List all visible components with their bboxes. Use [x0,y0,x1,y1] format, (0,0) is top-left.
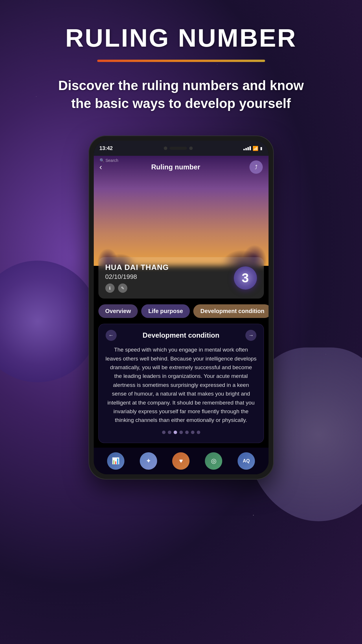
screen-title: Ruling number [151,163,200,171]
pagination-dot-7[interactable] [197,431,200,434]
tabs-container: Overview Life purpose Development condit… [94,299,269,324]
next-button[interactable]: → [245,330,256,341]
notch-center [164,147,193,150]
phone-inner: 13:42 📶 ▮ [94,141,269,474]
network-icon: ✦ [146,457,151,465]
user-card: HUA DAI THANG 02/10/1998 ℹ ✎ 3 [98,257,264,299]
next-icon: → [248,332,253,339]
notch-dot-2 [189,147,193,150]
pagination-dot-5[interactable] [185,431,189,434]
content-card: ← Development condition → The speed with… [98,324,264,443]
pagination-dot-6[interactable] [191,431,194,434]
pagination-dot-2[interactable] [168,431,171,434]
tab-development-condition[interactable]: Development condition [193,304,268,318]
info-icon: ℹ [109,286,111,290]
compass-icon: ◎ [211,457,216,465]
app-nav-bar: ‹ Ruling number ⤴ [94,160,269,174]
user-name: HUA DAI THANG [105,263,234,272]
status-bar: 13:42 📶 ▮ [94,141,269,156]
back-button[interactable]: ‹ [100,162,102,172]
signal-bar-1 [243,149,245,150]
info-button[interactable]: ℹ [105,283,115,293]
heart-icon: ♥ [179,457,183,465]
bottom-nav-aq[interactable]: AQ [238,452,255,470]
subtitle: Discover the ruling numbers and know the… [54,76,308,112]
notch-dot-1 [164,147,167,150]
user-info: HUA DAI THANG 02/10/1998 ℹ ✎ [105,263,234,293]
user-action-icons: ℹ ✎ [105,283,234,293]
pagination-dots [106,431,257,434]
tab-overview[interactable]: Overview [98,304,138,318]
pagination-dot-1[interactable] [162,431,166,434]
signal-bars-icon [243,146,251,150]
edit-icon: ✎ [121,286,124,290]
pagination-dot-4[interactable] [179,431,183,434]
notch-icons: 📶 ▮ [243,146,262,151]
bottom-nav-compass[interactable]: ◎ [205,452,222,470]
signal-bar-2 [245,148,247,150]
signal-bar-3 [247,147,249,150]
title-underline [97,60,265,62]
status-time: 13:42 [100,145,113,151]
bottom-nav-heart[interactable]: ♥ [172,452,190,470]
wifi-icon: 📶 [253,146,258,151]
content-card-header: ← Development condition → [106,330,257,341]
share-icon: ⤴ [255,164,258,171]
signal-bar-4 [249,146,251,150]
pagination-dot-3[interactable] [174,431,177,434]
stats-icon: 📊 [112,457,120,465]
aq-label: AQ [243,458,250,464]
battery-icon: ▮ [260,146,262,151]
prev-button[interactable]: ← [106,330,117,341]
user-dob: 02/10/1998 [105,273,234,281]
tab-life-purpose[interactable]: Life purpose [141,304,190,318]
share-button[interactable]: ⤴ [249,160,263,174]
bottom-nav-stats[interactable]: 📊 [107,452,124,470]
ruling-number: 3 [242,271,249,285]
back-chevron-icon: ‹ [100,162,102,171]
phone-mockup: 13:42 📶 ▮ [89,136,274,480]
bottom-nav-network[interactable]: ✦ [140,452,157,470]
hero-image: ‹ Ruling number ⤴ 🔍 Search [94,156,269,266]
content-card-title: Development condition [143,331,219,339]
ruling-number-badge: 3 [234,266,257,290]
bottom-nav: 📊 ✦ ♥ ◎ AQ [94,448,269,474]
phone-outer: 13:42 📶 ▮ [89,136,274,480]
notch-speaker [170,147,187,150]
edit-button[interactable]: ✎ [118,283,127,293]
main-title: RULING NUMBER [65,23,297,53]
prev-icon: ← [109,332,114,339]
content-card-body: The speed with which you engage in menta… [106,345,257,425]
